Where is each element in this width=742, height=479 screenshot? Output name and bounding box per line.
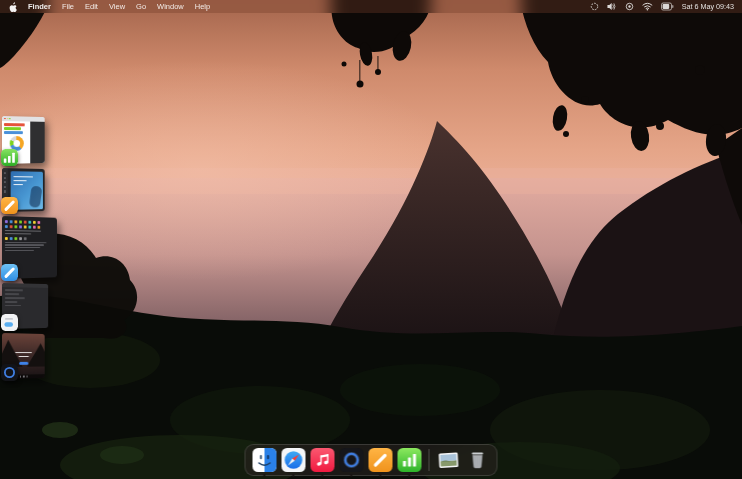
blue-ring-app-icon[interactable] [1,364,18,381]
numbers-icon[interactable] [398,448,422,472]
music-icon[interactable] [311,448,335,472]
dial-icon[interactable] [590,2,599,11]
battery-icon[interactable] [661,2,674,11]
finder-icon[interactable] [253,448,277,472]
stage-thumbnail-pages[interactable] [2,168,64,212]
thumbnail-blue-button [19,362,28,365]
stage-thumbnail-glyph-browser[interactable] [2,216,64,279]
dock [245,444,498,476]
pages-app-icon[interactable] [1,197,18,214]
safari-icon[interactable] [282,448,306,472]
blue-pencil-app-icon[interactable] [1,264,18,281]
blue-ring-app-icon[interactable] [340,448,364,472]
pages-icon[interactable] [369,448,393,472]
menu-go[interactable]: Go [136,2,146,11]
desktop: Finder File Edit View Go Window Help [0,0,742,479]
desktop-wallpaper [0,0,742,479]
stage-thumbnail-photo-window[interactable] [2,333,64,379]
stage-manager-strip [2,116,64,379]
menu-help[interactable]: Help [195,2,210,11]
white-app-icon[interactable] [1,314,18,331]
downloads-photo-icon[interactable] [437,448,461,472]
dock-separator [429,449,430,471]
volume-icon[interactable] [607,2,617,11]
stage-thumbnail-gray-window[interactable] [2,283,64,329]
menu-window[interactable]: Window [157,2,184,11]
menu-edit[interactable]: Edit [85,2,98,11]
trash-icon[interactable] [466,448,490,472]
menu-view[interactable]: View [109,2,125,11]
stage-thumbnail-numbers[interactable] [2,116,64,164]
wifi-icon[interactable] [642,2,653,11]
menu-active-app[interactable]: Finder [28,2,51,11]
apple-menu-icon[interactable] [9,2,17,12]
menu-file[interactable]: File [62,2,74,11]
menu-bar: Finder File Edit View Go Window Help [0,0,742,13]
numbers-app-icon[interactable] [1,149,18,166]
ring-icon[interactable] [625,2,634,11]
menu-clock[interactable]: Sat 6 May 09:43 [682,2,734,11]
